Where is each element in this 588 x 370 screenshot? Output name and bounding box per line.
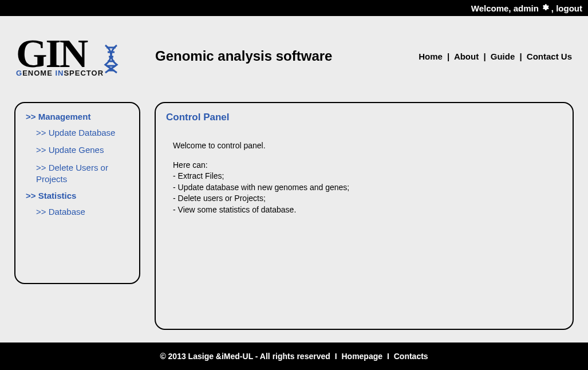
content-here-can: Here can:: [173, 160, 562, 171]
top-nav: Home | About | Guide | Contact Us: [419, 52, 577, 61]
nav-home[interactable]: Home: [419, 52, 443, 61]
header: GIN GENOME INSPECTOR: [0, 16, 588, 96]
page-tagline: Genomic analysis software: [155, 48, 419, 64]
content-title: Control Panel: [166, 112, 562, 123]
footer-contacts[interactable]: Contacts: [394, 352, 428, 361]
sidebar-head-management[interactable]: >> Management: [26, 112, 129, 121]
topbar: Welcome, admin , logout: [0, 0, 588, 16]
logo-subtitle: GENOME INSPECTOR: [16, 69, 104, 77]
welcome-text: Welcome, admin: [471, 3, 539, 13]
sidebar-item-update-database[interactable]: >> Update Database: [36, 127, 129, 139]
footer-copyright: © 2013 Lasige &iMed-UL - All rights rese…: [160, 352, 330, 361]
sidebar-item-update-genes[interactable]: >> Update Genes: [36, 144, 129, 156]
footer: © 2013 Lasige &iMed-UL - All rights rese…: [0, 343, 588, 370]
content-welcome: Welcome to control panel.: [173, 140, 562, 152]
content-bullet-1: - Extract Files;: [173, 171, 562, 182]
logo-main: GIN: [16, 36, 104, 72]
sidebar-item-delete-users-projects[interactable]: >> Delete Users or Projects: [36, 162, 129, 186]
sidebar: >> Management >> Update Database >> Upda…: [14, 102, 140, 284]
dna-icon: [101, 43, 121, 77]
footer-homepage[interactable]: Homepage: [341, 352, 382, 361]
gear-icon[interactable]: [541, 3, 549, 13]
logo: GIN GENOME INSPECTOR: [16, 36, 139, 77]
content-body: Welcome to control panel. Here can: - Ex…: [173, 140, 562, 216]
content-bullet-4: - View some statistics of database.: [173, 204, 562, 216]
content-bullet-2: - Update database with new genomes and g…: [173, 182, 562, 194]
main-area: >> Management >> Update Database >> Upda…: [0, 96, 588, 336]
nav-about[interactable]: About: [454, 52, 479, 61]
sidebar-item-database[interactable]: >> Database: [36, 206, 129, 218]
content-bullet-3: - Delete users or Projects;: [173, 193, 562, 204]
content-panel: Control Panel Welcome to control panel. …: [155, 102, 574, 330]
nav-contact[interactable]: Contact Us: [527, 52, 572, 61]
sidebar-head-statistics[interactable]: >> Statistics: [26, 191, 129, 200]
nav-guide[interactable]: Guide: [491, 52, 515, 61]
logout-link[interactable]: , logout: [551, 3, 582, 13]
